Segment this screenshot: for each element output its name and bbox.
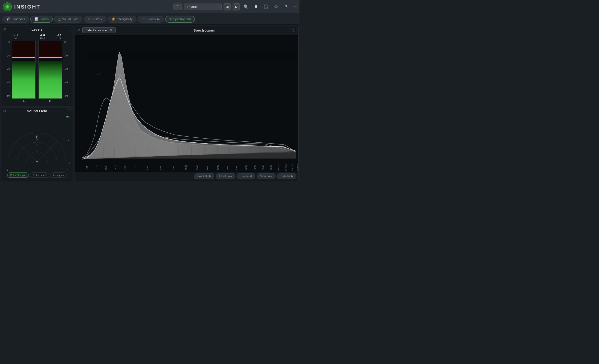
- signal-icon: 〰: [292, 4, 297, 9]
- header-center: ☰ ◀ ▶: [174, 3, 240, 10]
- left-bar-fill: [12, 61, 35, 98]
- tab-soundfield[interactable]: △ Sound Field: [54, 16, 82, 23]
- nav-prev-button[interactable]: ◀: [224, 3, 231, 10]
- view-btn-front-low[interactable]: Front Low: [216, 173, 235, 179]
- levels-gear-icon[interactable]: ⚙: [3, 27, 6, 32]
- svg-text:1500: 1500: [159, 165, 162, 170]
- tab-intelligibility[interactable]: 👂 Intelligibility: [107, 16, 136, 23]
- svg-point-20: [37, 148, 37, 148]
- spectrogram-icon: ≋: [169, 17, 172, 21]
- loudness-icon: 🔊: [6, 17, 10, 21]
- svg-point-9: [37, 135, 37, 136]
- polar-chart-svg: [3, 115, 71, 169]
- svg-point-19: [37, 146, 37, 146]
- levels-title: Levels: [32, 27, 43, 31]
- svg-point-18: [36, 144, 37, 145]
- tab-levels-label: Levels: [40, 17, 49, 21]
- levels-panel: ⚙ Levels ⛶ Peak RMS -9.0: [1, 26, 73, 107]
- svg-text:5000: 5000: [235, 165, 238, 170]
- spectrum-icon: 〰: [142, 17, 145, 21]
- left-peak-value: -9.0: [33, 34, 45, 37]
- app-title: INSIGHT: [14, 4, 171, 10]
- polar-chart-container: +1 0 -1: [3, 115, 71, 169]
- svg-text:3000: 3000: [196, 165, 198, 170]
- svg-text:15000: 15000: [291, 164, 294, 171]
- svg-text:4000: 4000: [217, 165, 219, 170]
- source-select-chevron: ▼: [109, 28, 113, 32]
- headphones-button[interactable]: 🎧: [262, 3, 270, 11]
- svg-text:700: 700: [134, 165, 137, 170]
- soundfield-tabs: Polar Sample Polar Level Lissajous: [3, 173, 71, 178]
- right-bar-fill: [39, 61, 62, 98]
- svg-point-27: [36, 139, 36, 140]
- tab-spectrogram-label: Spectrogram: [173, 17, 191, 21]
- tab-loudness-label: Loudness: [12, 17, 25, 21]
- sf-scale-top: +1: [68, 115, 70, 118]
- soundfield-panel-header: ⚙ Sound Field ⛶: [1, 107, 73, 114]
- sf-plus-indicator: [66, 116, 68, 117]
- sf-scale-bot: -1: [68, 162, 70, 165]
- tab-spectrum-label: Spectrum: [146, 17, 160, 21]
- sf-scale-mid: 0: [68, 139, 69, 141]
- svg-text:4500: 4500: [226, 165, 229, 170]
- svg-text:100: 100: [95, 165, 97, 170]
- svg-point-12: [37, 136, 38, 137]
- left-peak-line: [12, 57, 35, 58]
- time-label: 5 s: [97, 73, 100, 76]
- help-button[interactable]: ?: [282, 3, 290, 11]
- spectrogram-expand-icon[interactable]: ⛶: [293, 28, 296, 32]
- levels-content: Peak RMS -9.0 -15.2 -8.1 -14.8: [1, 33, 73, 104]
- rms-label: RMS: [13, 36, 28, 39]
- spectrogram-gear-icon[interactable]: ⚙: [77, 28, 80, 33]
- levels-expand-icon[interactable]: ⛶: [68, 27, 71, 31]
- scale-right: 0 -10 -20 -40 -Inf: [63, 41, 71, 103]
- tab-loudness[interactable]: 🔊 Loudness: [2, 16, 29, 23]
- tab-bar: 🔊 Loudness 📊 Levels △ Sound Field ⏱ Hist…: [0, 14, 300, 25]
- view-btn-front-high[interactable]: Front High: [194, 173, 214, 179]
- svg-rect-3: [3, 162, 71, 169]
- right-peak-line: [39, 57, 62, 58]
- hamburger-button[interactable]: ☰: [174, 4, 182, 10]
- layouts-input[interactable]: [184, 4, 222, 10]
- source-select-dropdown[interactable]: Select a source ▼: [82, 27, 115, 33]
- svg-text:8000: 8000: [262, 165, 264, 170]
- nav-next-button[interactable]: ▶: [233, 3, 240, 10]
- sf-tab-polar-sample[interactable]: Polar Sample: [7, 173, 29, 178]
- view-btn-diagonal[interactable]: Diagonal: [237, 173, 255, 179]
- svg-text:6000: 6000: [245, 165, 247, 170]
- svg-text:10000: 10000: [277, 164, 280, 171]
- svg-point-14: [36, 140, 37, 140]
- soundfield-gear-icon[interactable]: ⚙: [3, 109, 6, 113]
- svg-text:400: 400: [124, 165, 126, 170]
- intelligibility-icon: 👂: [112, 17, 115, 21]
- search-button[interactable]: 🔍: [242, 3, 250, 11]
- svg-line-5: [16, 141, 37, 162]
- right-channel-label: R: [49, 99, 51, 103]
- svg-text:1000: 1000: [146, 165, 149, 170]
- svg-point-28: [38, 141, 38, 141]
- left-meter-bar: [12, 41, 36, 99]
- sf-tab-polar-level[interactable]: Polar Level: [30, 173, 49, 178]
- svg-point-26: [37, 138, 38, 138]
- source-select-label: Select a source: [85, 28, 107, 32]
- svg-point-16: [36, 141, 37, 141]
- right-peak-value: -8.1: [50, 34, 62, 37]
- svg-point-21: [36, 150, 37, 151]
- pause-button[interactable]: ⏸: [252, 3, 260, 11]
- svg-point-23: [37, 155, 37, 156]
- svg-point-29: [35, 142, 36, 143]
- view-btn-side-low[interactable]: Side Low: [257, 173, 275, 179]
- soundfield-content: +1 0 -1 L R Polar Sample Polar Level: [1, 114, 73, 179]
- tab-history[interactable]: ⏱ History: [84, 16, 106, 23]
- svg-point-17: [37, 142, 37, 143]
- left-red-zone: [12, 41, 35, 57]
- svg-point-25: [37, 159, 37, 160]
- soundfield-expand-icon[interactable]: ⛶: [68, 109, 71, 113]
- settings-button[interactable]: ⚙: [272, 3, 280, 11]
- tab-spectrum[interactable]: 〰 Spectrum: [138, 16, 164, 23]
- tab-spectrogram[interactable]: ≋ Spectrogram: [165, 16, 195, 23]
- spectrogram-box: ⚙ Select a source ▼ Spectrogram ⛶ 5 s: [75, 26, 299, 181]
- tab-levels[interactable]: 📊 Levels: [30, 16, 53, 23]
- sf-tab-lissajous[interactable]: Lissajous: [50, 173, 67, 178]
- view-btn-side-high[interactable]: Side High: [277, 173, 296, 179]
